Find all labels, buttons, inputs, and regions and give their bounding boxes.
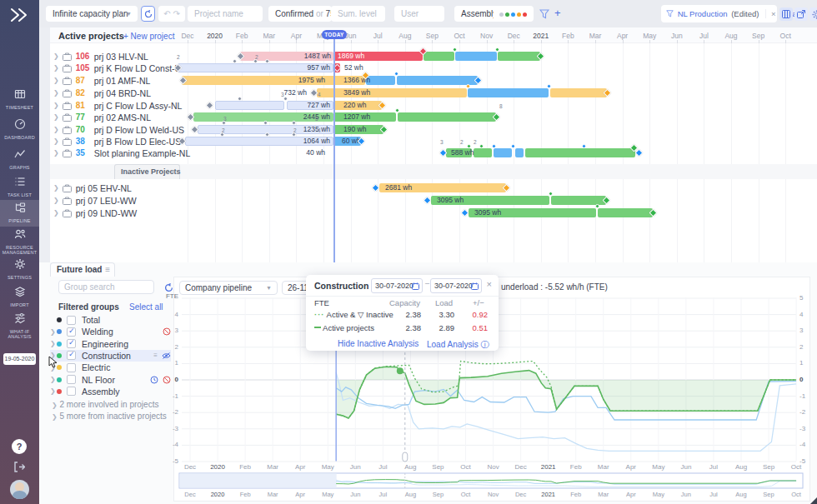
- help-button[interactable]: ?: [12, 439, 27, 454]
- chart-axis-label: Oct: [791, 463, 801, 471]
- saved-view-chip[interactable]: NL Production (Edited) × Save: [661, 5, 777, 22]
- what-if-analysis-icon: [14, 312, 26, 324]
- chart-axis-label: Sep: [763, 491, 774, 498]
- chart-axis-label: Oct: [791, 491, 801, 498]
- avatar[interactable]: [10, 480, 29, 499]
- group-load-popup: Construction 30-07-2020 – 30-07-2020 × F…: [306, 275, 499, 351]
- calendar-icon: [412, 282, 419, 290]
- chart-axis-label: Dec: [184, 491, 195, 498]
- chart-axis-label: Apr: [626, 463, 636, 471]
- chart-axis-label: May: [652, 463, 664, 471]
- sidebar-item-task-list[interactable]: TASK LIST: [0, 174, 39, 200]
- chart-axis-label: Feb: [239, 463, 251, 471]
- chart-axis-label: 2020: [211, 491, 225, 498]
- pipeline-source-select[interactable]: Company pipeline▼: [179, 281, 278, 295]
- popup-close-icon[interactable]: ×: [487, 279, 492, 289]
- chart-axis-label: Oct: [461, 491, 471, 498]
- chart-axis-label: 2021: [541, 463, 556, 471]
- current-date-badge: 19-05-2020: [3, 353, 36, 365]
- chart-axis-label: Feb: [570, 463, 582, 471]
- sidebar-item-timesheet[interactable]: TIMESHEET: [0, 87, 39, 115]
- task-list-icon: [14, 176, 26, 187]
- user-input[interactable]: User: [394, 6, 444, 22]
- chart-axis-label: Jun: [350, 491, 360, 498]
- chart-axis-label: Jul: [709, 491, 718, 498]
- chart-axis-label: 4: [799, 311, 803, 318]
- chart-axis-label: FTE: [166, 292, 178, 300]
- chart-axis-label: Mar: [268, 491, 278, 498]
- chart-axis-label: Feb: [570, 491, 581, 498]
- popup-series-row: ··· Active & ▽ Inactive2.383.300.92: [306, 309, 499, 322]
- sidebar-item-settings[interactable]: SETTINGS: [0, 257, 39, 284]
- board-view-button[interactable]: [779, 7, 793, 21]
- chart-axis-label: Apr: [626, 491, 636, 498]
- chart-axis-label: Mar: [598, 463, 609, 471]
- plan-select[interactable]: Infinite capacity plan ▼: [46, 6, 138, 22]
- chart-axis-label: Nov: [488, 491, 499, 498]
- open-external-button[interactable]: [794, 7, 808, 21]
- resource-management-icon: [14, 228, 26, 240]
- top-toolbar: Infinite capacity plan ▼ ↶ ↷ Project nam…: [39, 0, 817, 27]
- popup-title: Construction: [314, 281, 368, 291]
- import-icon: [14, 286, 26, 297]
- underload-summary: underload : -5.52 wh/h (FTE): [501, 282, 608, 292]
- chart-axis-label: Apr: [295, 491, 305, 498]
- chart-axis-label: Mar: [267, 463, 278, 471]
- sidebar-item-graphs[interactable]: GRAPHS: [0, 147, 39, 172]
- settings-icon: [14, 258, 26, 270]
- close-view-icon[interactable]: ×: [765, 9, 776, 18]
- undo-icon[interactable]: ↶: [163, 9, 170, 18]
- dashboard-icon: [14, 118, 26, 130]
- logout-icon[interactable]: [13, 462, 25, 472]
- chart-axis-label: Jul: [379, 491, 388, 498]
- chart-axis-label: Jul: [709, 463, 718, 471]
- chart-axis-label: -3: [799, 425, 805, 432]
- sidebar-item-pipeline[interactable]: PIPELINE: [0, 200, 39, 227]
- graphs-icon: [14, 148, 26, 160]
- chart-axis-label: 1: [175, 359, 178, 367]
- settings-gear-button[interactable]: [809, 7, 817, 21]
- calendar-icon: [471, 282, 479, 290]
- refresh-button[interactable]: [141, 6, 155, 22]
- chart-axis-label: Dec: [514, 463, 526, 471]
- chart-axis-label: Dec: [515, 491, 526, 498]
- status-dots-chip[interactable]: [494, 6, 534, 22]
- chart-axis-label: May: [322, 491, 333, 498]
- app-logo: [9, 7, 31, 23]
- sidebar: TIMESHEETDASHBOARDGRAPHSTASK LISTPIPELIN…: [0, 0, 39, 504]
- chart-axis-label: Aug: [404, 463, 416, 471]
- chart-axis-label: Jun: [681, 491, 691, 498]
- chart-axis-label: Sep: [763, 463, 774, 471]
- add-filter-button[interactable]: +: [554, 7, 561, 19]
- chart-axis-label: -5: [173, 457, 178, 465]
- chart-axis-label: 2: [799, 343, 803, 351]
- chart-axis-label: 2021: [541, 491, 555, 498]
- confirmed-filter-chip[interactable]: Confirmed or 75%: [268, 6, 332, 22]
- hide-inactive-link[interactable]: Hide Inactive Analysis: [338, 339, 419, 348]
- sidebar-item-dashboard[interactable]: DASHBOARD: [0, 117, 39, 145]
- undo-redo-group[interactable]: ↶ ↷: [158, 6, 185, 22]
- project-name-input[interactable]: Project name: [188, 6, 263, 22]
- popup-date-start[interactable]: 30-07-2020: [371, 278, 423, 293]
- load-analysis-link[interactable]: Load Analysis ⓘ: [427, 339, 489, 351]
- chart-axis-label: Oct: [460, 463, 470, 471]
- view-funnel-icon: [666, 10, 674, 17]
- sidebar-item-resource-management[interactable]: RESOURCEMANAGEMENT: [0, 227, 39, 257]
- redo-icon[interactable]: ↷: [173, 9, 179, 18]
- sidebar-item-what-if-analysis[interactable]: WHAT-IFANALYSIS: [0, 311, 39, 341]
- chart-axis-label: -2: [799, 408, 805, 416]
- chart-axis-label: -3: [173, 425, 178, 432]
- chart-axis-label: Sep: [433, 491, 444, 498]
- chart-axis-label: 4: [175, 311, 178, 318]
- future-load-chart: [0, 0, 817, 504]
- chart-axis-label: Aug: [405, 491, 416, 498]
- sum-level-input[interactable]: Sum. level: [331, 6, 385, 22]
- chart-axis-label: May: [322, 463, 334, 471]
- chart-axis-label: Jul: [378, 463, 387, 471]
- sidebar-item-import[interactable]: IMPORT: [0, 284, 39, 311]
- chart-axis-label: 5: [799, 294, 803, 302]
- filter-funnel-icon[interactable]: [539, 9, 549, 19]
- chart-axis-label: 2020: [210, 463, 225, 471]
- chart-axis-label: Jun: [680, 463, 691, 471]
- popup-date-end[interactable]: 30-07-2020: [430, 278, 482, 293]
